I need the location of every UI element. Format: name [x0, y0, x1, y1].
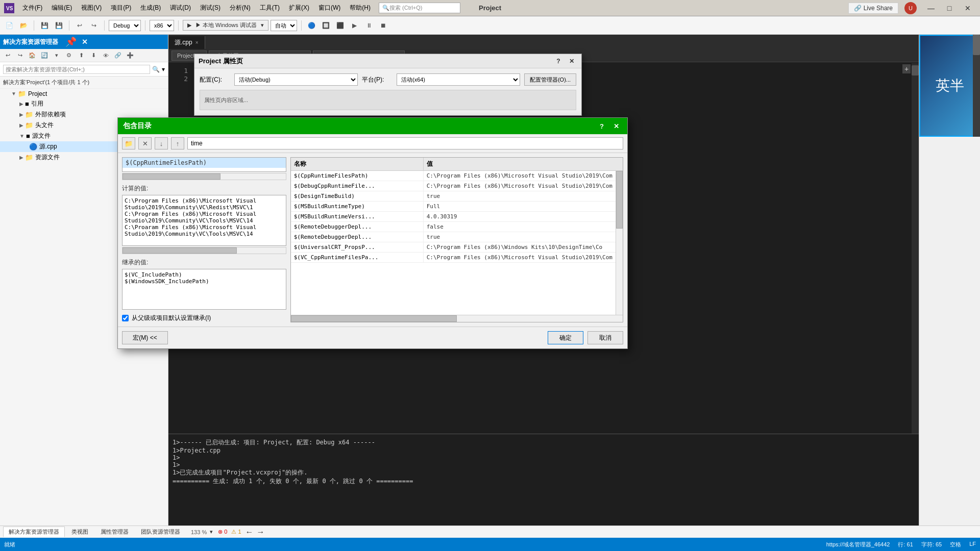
macro-row-2[interactable]: $(DesignTimeBuild) true: [291, 191, 616, 202]
toolbar-extra-5[interactable]: ⏸: [363, 19, 375, 32]
macro-row-6[interactable]: $(RemoteDebuggerDepl... true: [291, 232, 616, 242]
macro-expand-button[interactable]: 宏(M) <<: [122, 331, 168, 344]
close-button[interactable]: ✕: [960, 1, 976, 15]
sidebar-pin-button[interactable]: 📌: [65, 36, 77, 47]
menu-window[interactable]: 窗口(W): [314, 3, 345, 13]
include-search-input[interactable]: [187, 137, 623, 149]
maximize-button[interactable]: □: [941, 1, 958, 15]
properties-dialog-help-button[interactable]: ?: [553, 56, 564, 67]
include-h-scrollbar[interactable]: [122, 173, 286, 180]
save-button[interactable]: 💾: [38, 19, 51, 32]
macro-row-3[interactable]: $(MSBuildRuntimeType) Full: [291, 202, 616, 212]
status-right: https://域名管理器_46442 行: 61 字符: 65 空格 LF: [826, 541, 976, 548]
menu-analyze[interactable]: 分析(N): [226, 3, 255, 13]
toolbar-extra-4[interactable]: ▶: [349, 19, 361, 32]
bottom-tab-class-view[interactable]: 类视图: [66, 527, 94, 537]
sidebar-collapse-button[interactable]: ⬇: [88, 50, 99, 61]
include-list-item-1[interactable]: $(CppRuntimeFilesPath): [122, 158, 286, 168]
bottom-tab-solution-explorer[interactable]: 解决方案资源管理器: [3, 527, 65, 537]
macro-row-1[interactable]: $(DebugCppRuntimeFile... C:\Program File…: [291, 181, 616, 191]
menu-view[interactable]: 视图(V): [77, 3, 106, 13]
properties-dialog-close-button[interactable]: ✕: [566, 56, 577, 67]
bottom-tab-property-manager[interactable]: 属性管理器: [95, 527, 134, 537]
sidebar-expand-button[interactable]: ⬆: [76, 50, 87, 61]
new-file-button[interactable]: 📄: [3, 19, 15, 32]
include-dialog-close-button[interactable]: ✕: [610, 120, 622, 132]
menu-test[interactable]: 测试(S): [196, 3, 225, 13]
include-up-button[interactable]: ↑: [171, 137, 184, 149]
macro-h-scrollbar[interactable]: [291, 315, 623, 322]
sidebar-search-options[interactable]: ▾: [162, 66, 165, 73]
config-manager-button[interactable]: 配置管理器(O)...: [524, 73, 576, 86]
live-share-button[interactable]: 🔗 Live Share: [848, 3, 898, 14]
sidebar-refresh-button[interactable]: 🔄: [39, 50, 50, 61]
platform-select-props[interactable]: 活动(x64): [397, 73, 520, 86]
menu-build[interactable]: 生成(B): [136, 3, 165, 13]
menu-tools[interactable]: 工具(T): [256, 3, 284, 13]
sidebar-search-input[interactable]: [3, 65, 150, 74]
sidebar-new-solution-button[interactable]: ➕: [125, 50, 136, 61]
undo-button[interactable]: ↩: [74, 19, 86, 32]
sidebar-home-button[interactable]: 🏠: [27, 50, 38, 61]
macro-row-5[interactable]: $(RemoteDebuggerDepl... false: [291, 222, 616, 232]
menu-project[interactable]: 项目(P): [107, 3, 135, 13]
menu-help[interactable]: 帮助(H): [346, 3, 375, 13]
sidebar-settings-button[interactable]: ⚙: [63, 50, 75, 61]
platform-select[interactable]: x86: [150, 20, 174, 31]
include-folder-button[interactable]: 📁: [122, 137, 135, 149]
sidebar-back-button[interactable]: ↩: [2, 50, 13, 61]
config-select[interactable]: 活动(Debug): [234, 73, 358, 86]
run-button[interactable]: ▶ ▶ 本地 Windows 调试器 ▾: [183, 20, 268, 31]
toolbar-extra-3[interactable]: ⬛: [334, 19, 347, 32]
include-delete-button[interactable]: ✕: [138, 137, 152, 149]
macro-v-scrollbar[interactable]: [616, 171, 623, 315]
title-search-box[interactable]: 🔍 搜索 (Ctrl+Q): [379, 3, 460, 13]
zoom-level[interactable]: 133 %: [191, 529, 207, 535]
sidebar-preview-button[interactable]: 👁: [100, 50, 111, 61]
macro-row-7[interactable]: $(UniversalCRT_PropsP... C:\Program File…: [291, 242, 616, 253]
error-count[interactable]: ⊗ 0: [218, 529, 227, 535]
auto-select[interactable]: 自动: [271, 20, 297, 31]
menu-file[interactable]: 文件(F): [18, 3, 46, 13]
menu-debug[interactable]: 调试(D): [166, 3, 195, 13]
zoom-in-button[interactable]: +: [902, 64, 911, 73]
tree-item-references[interactable]: ▶ ■ 引用: [0, 98, 168, 109]
toolbar-extra-2[interactable]: 🔲: [320, 19, 332, 32]
macro-row-8[interactable]: $(VC_CppRuntimeFilesPa... C:\Program Fil…: [291, 253, 616, 263]
nav-back-button[interactable]: ←: [246, 528, 254, 537]
zoom-dropdown[interactable]: ▾: [210, 529, 213, 535]
include-dialog-help-button[interactable]: ?: [596, 120, 608, 132]
sidebar-sync-button[interactable]: 🔗: [112, 50, 124, 61]
include-list-box[interactable]: $(CppRuntimeFilesPath): [122, 157, 286, 172]
minimize-button[interactable]: —: [923, 1, 939, 15]
redo-button[interactable]: ↪: [88, 19, 100, 32]
menu-edit[interactable]: 编辑(E): [47, 3, 76, 13]
include-cancel-button[interactable]: 取消: [587, 331, 623, 344]
inherit-checkbox[interactable]: [122, 315, 129, 321]
warning-count[interactable]: ⚠ 1: [231, 529, 241, 535]
toolbar-extra-1[interactable]: 🔵: [306, 19, 318, 32]
tree-item-project[interactable]: ▼ 📁 Project: [0, 89, 168, 98]
include-down-button[interactable]: ↓: [155, 137, 168, 149]
menu-extensions[interactable]: 扩展(X): [285, 3, 313, 13]
sidebar-forward-button[interactable]: ↪: [14, 50, 26, 61]
tab-close-source[interactable]: ×: [195, 40, 199, 45]
include-ok-button[interactable]: 确定: [548, 331, 583, 344]
user-avatar[interactable]: U: [904, 2, 917, 14]
debug-config-select[interactable]: Debug: [109, 20, 141, 31]
sidebar-close-button[interactable]: ✕: [82, 38, 88, 46]
save-all-button[interactable]: 💾: [53, 19, 65, 32]
macro-row-4[interactable]: $(MSBuildRuntimeVersi... 4.0.30319: [291, 212, 616, 222]
editor-tab-source-cpp[interactable]: 源.cpp ×: [168, 36, 205, 49]
minimap-scrollbar[interactable]: [973, 35, 980, 137]
sidebar-filter-button[interactable]: ▾: [51, 50, 62, 61]
macro-row-0[interactable]: $(CppRuntimeFilesPath) C:\Program Files …: [291, 171, 616, 181]
toolbar-extra-6[interactable]: ⏹: [377, 19, 389, 32]
nav-forward-button[interactable]: →: [257, 528, 265, 537]
macro-rows-container[interactable]: $(CppRuntimeFilesPath) C:\Program Files …: [291, 171, 616, 315]
status-row: 行: 61: [898, 541, 913, 548]
computed-h-scrollbar[interactable]: [122, 247, 286, 254]
inherited-values-box: $(VC_IncludePath) $(WindowsSDK_IncludePa…: [122, 269, 286, 310]
bottom-tab-team-explorer[interactable]: 团队资源管理器: [135, 527, 186, 537]
open-button[interactable]: 📂: [17, 19, 30, 32]
